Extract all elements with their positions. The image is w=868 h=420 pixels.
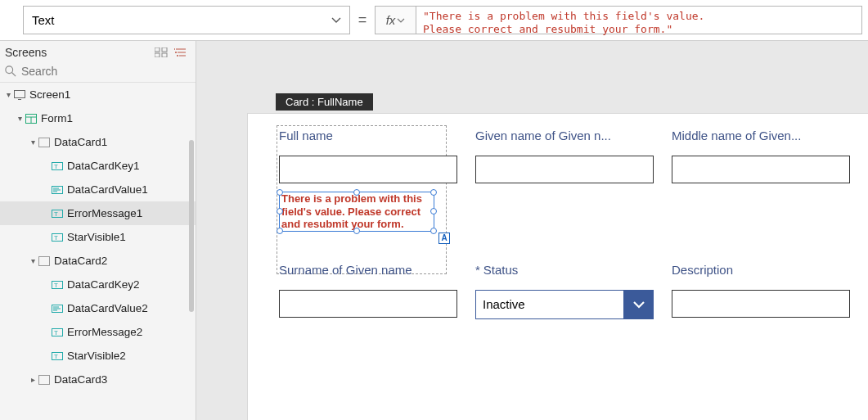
thumbnail-view-icon[interactable]: [155, 47, 168, 58]
tree-item-dck1[interactable]: TDataCardKey1: [0, 154, 196, 178]
text-icon: T: [51, 160, 64, 172]
tree-item-label: Screen1: [29, 88, 70, 101]
tree-item-em1[interactable]: TErrorMessage1: [0, 201, 196, 225]
tree-item-label: DataCard1: [54, 136, 107, 148]
resize-handle[interactable]: [277, 189, 283, 196]
field-status[interactable]: *Status Inactive: [475, 263, 654, 319]
svg-rect-28: [39, 256, 50, 265]
field-middlename[interactable]: Middle name of Given...: [672, 129, 850, 232]
property-dropdown[interactable]: Text: [23, 6, 350, 34]
svg-point-10: [6, 66, 13, 74]
label-fullname: Full name: [279, 129, 457, 142]
collapse-icon[interactable]: ▾: [15, 114, 25, 123]
svg-text:T: T: [54, 329, 58, 336]
collapse-icon[interactable]: ▾: [28, 256, 38, 265]
text-icon: T: [51, 327, 64, 338]
svg-rect-2: [155, 53, 160, 57]
status-value: Inactive: [475, 290, 624, 319]
svg-rect-12: [15, 90, 25, 97]
tree-item-dc3[interactable]: ▸DataCard3: [0, 368, 196, 391]
text-icon: T: [51, 350, 64, 362]
formula-input[interactable]: "There is a problem with this field's va…: [416, 6, 862, 34]
field-givenname[interactable]: Given name of Given n...: [475, 129, 654, 232]
field-fullname[interactable]: Full name There is a problem with this f…: [279, 129, 457, 232]
svg-text:T: T: [54, 210, 58, 218]
field-surname[interactable]: Surname of Given name: [279, 263, 457, 319]
card-icon: [38, 374, 51, 386]
resize-handle[interactable]: [353, 228, 360, 234]
tree-item-dck2[interactable]: TDataCardKey2: [0, 273, 196, 296]
svg-rect-17: [39, 138, 50, 147]
tree-item-dcv1[interactable]: DataCardValue1: [0, 178, 196, 201]
value-icon: [51, 184, 64, 196]
resize-handle[interactable]: [430, 189, 437, 196]
fx-button[interactable]: fx: [375, 6, 416, 34]
property-dropdown-value: Text: [32, 13, 55, 27]
label-surname: Surname of Given name: [279, 263, 457, 277]
tree-view: ▾Screen1▾Form1▾DataCard1TDataCardKey1Dat…: [0, 83, 196, 420]
tree-item-sv1[interactable]: TStarVisible1: [0, 225, 196, 249]
collapse-icon[interactable]: ▾: [28, 138, 38, 147]
form-surface[interactable]: Full name There is a problem with this f…: [247, 113, 868, 420]
search-input[interactable]: [21, 65, 189, 78]
value-icon: [51, 303, 64, 314]
tree-title: Screens: [5, 46, 47, 59]
svg-text:T: T: [54, 163, 58, 170]
input-middlename[interactable]: [672, 156, 850, 183]
chevron-down-icon[interactable]: [624, 290, 654, 319]
tree-item-label: DataCard3: [54, 373, 107, 386]
label-givenname: Given name of Given n...: [475, 129, 654, 142]
tree-item-em2[interactable]: TErrorMessage2: [0, 320, 196, 344]
field-description[interactable]: Description: [672, 263, 850, 319]
svg-rect-1: [162, 47, 167, 52]
input-description[interactable]: [672, 290, 850, 318]
expand-icon[interactable]: ▸: [28, 375, 38, 384]
resize-handle[interactable]: [353, 189, 360, 196]
svg-rect-39: [39, 375, 50, 384]
collapse-icon[interactable]: ▾: [3, 90, 13, 99]
tree-item-sv2[interactable]: TStarVisible2: [0, 344, 196, 368]
error-message-selected[interactable]: There is a problem with this field's val…: [279, 192, 434, 232]
text-icon: T: [51, 279, 64, 291]
resize-handle[interactable]: [277, 228, 283, 234]
label-middlename: Middle name of Given...: [672, 129, 850, 142]
svg-text:T: T: [54, 282, 58, 289]
tree-item-label: StarVisible2: [67, 350, 126, 362]
svg-point-8: [175, 52, 177, 53]
tree-item-dc2[interactable]: ▾DataCard2: [0, 249, 196, 273]
equals-sign: =: [350, 0, 375, 40]
canvas[interactable]: Card : FullName Full name There is a pro…: [196, 41, 868, 420]
tree-item-label: DataCardValue2: [67, 302, 148, 314]
card-icon: [38, 255, 51, 267]
tree-item-label: Form1: [41, 112, 73, 124]
input-givenname[interactable]: [475, 156, 654, 183]
resize-handle[interactable]: [430, 228, 437, 234]
tree-item-dcv2[interactable]: DataCardValue2: [0, 296, 196, 320]
tree-item-label: DataCardKey1: [67, 160, 140, 172]
tree-item-label: ErrorMessage1: [67, 207, 142, 219]
chevron-down-icon: [331, 16, 341, 25]
scrollbar[interactable]: [189, 140, 194, 312]
card-tooltip: Card : FullName: [276, 93, 373, 111]
svg-rect-0: [155, 47, 160, 52]
svg-text:T: T: [54, 234, 58, 242]
resize-handle[interactable]: [430, 208, 437, 215]
text-icon: T: [51, 232, 64, 243]
label-status: *Status: [475, 263, 654, 277]
svg-point-7: [174, 48, 175, 50]
tree-item-dc1[interactable]: ▾DataCard1: [0, 130, 196, 154]
search-icon: [5, 65, 16, 77]
input-surname[interactable]: [279, 290, 457, 318]
card-icon: [38, 137, 51, 148]
status-dropdown[interactable]: Inactive: [475, 290, 654, 319]
tree-item-screen1[interactable]: ▾Screen1: [0, 83, 196, 106]
input-fullname[interactable]: [279, 156, 457, 183]
tree-item-label: DataCardKey2: [67, 278, 140, 291]
tree-item-form1[interactable]: ▾Form1: [0, 106, 196, 130]
svg-point-9: [177, 55, 178, 56]
screen-icon: [13, 89, 26, 101]
formula-bar: Text = fx "There is a problem with this …: [0, 0, 868, 41]
svg-text:T: T: [54, 353, 58, 360]
tree-view-icon[interactable]: [174, 47, 187, 58]
text-icon: T: [51, 208, 64, 219]
